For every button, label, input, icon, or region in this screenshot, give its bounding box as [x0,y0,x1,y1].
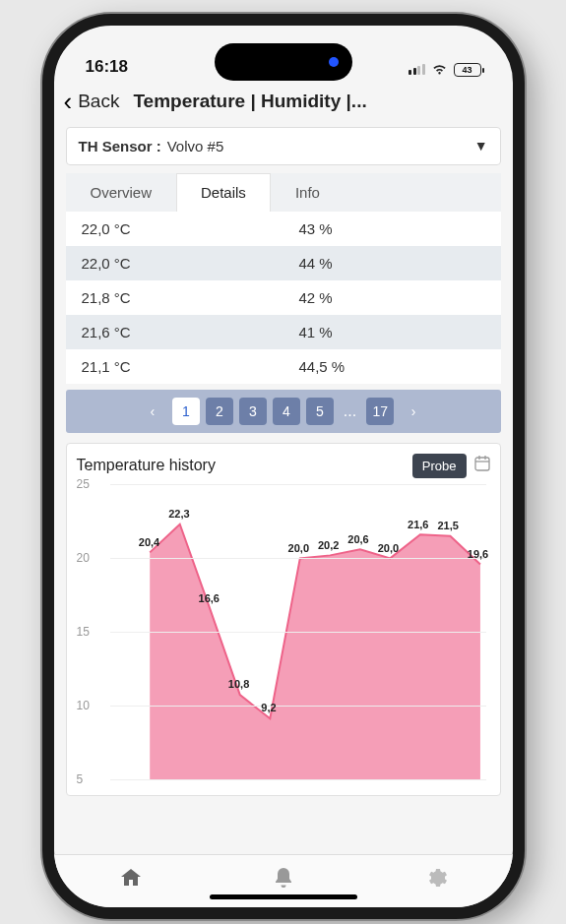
page-ellipsis: ... [340,402,360,420]
y-tick-label: 5 [77,772,84,786]
gear-icon[interactable] [424,866,448,895]
wifi-icon [431,63,448,76]
side-button [42,193,44,228]
data-label: 20,6 [347,533,368,545]
data-label: 10,8 [228,678,249,690]
chevron-down-icon: ▼ [474,138,488,154]
power-button [523,272,525,360]
page-next[interactable]: › [400,398,427,425]
page-last[interactable]: 17 [366,398,394,425]
page-5[interactable]: 5 [306,398,334,425]
chart-title: Temperature history [77,457,216,474]
data-label: 22,3 [168,508,189,520]
table-row: 22,0 °C43 % [66,212,501,246]
page-2[interactable]: 2 [206,398,233,425]
table-row: 21,8 °C42 % [66,280,501,315]
app-header: ‹ Back Temperature | Humidity |... [54,81,513,127]
table-row: 22,0 °C44 % [66,246,501,280]
dynamic-island [215,43,352,81]
page-title: Temperature | Humidity |... [133,91,366,112]
volume-up-button [42,252,44,311]
data-label: 20,2 [318,539,339,551]
readings-table: 22,0 °C43 % 22,0 °C44 % 21,8 °C42 % 21,6… [66,212,501,384]
selector-value: Volvo #5 [167,138,224,154]
y-tick-label: 20 [77,551,90,565]
data-label: 20,0 [288,542,309,554]
back-button[interactable]: Back [78,91,119,112]
data-label: 9,2 [261,702,276,713]
data-label: 19,6 [468,548,488,560]
svg-rect-0 [475,458,489,470]
data-label: 21,6 [408,519,428,530]
battery-icon: 43 [454,63,481,77]
y-tick-label: 15 [77,625,90,639]
data-label: 20,4 [139,536,159,548]
pagination: ‹ 1 2 3 4 5 ... 17 › [66,390,501,433]
data-label: 21,5 [437,520,458,531]
phone-frame: 16:18 43 ‹ Back Temperature | Humidity |… [42,14,525,919]
selector-label: TH Sensor : [79,138,161,154]
table-row: 21,6 °C41 % [66,315,501,349]
tab-details[interactable]: Details [176,173,271,212]
volume-down-button [42,321,44,380]
signal-icon [409,64,425,75]
home-indicator[interactable] [210,894,357,899]
bell-icon[interactable] [273,866,294,895]
page-4[interactable]: 4 [273,398,300,425]
page-prev[interactable]: ‹ [139,398,166,425]
data-label: 20,0 [378,542,399,554]
data-label: 16,6 [199,592,220,604]
tab-bar: Overview Details Info [66,173,501,212]
back-icon[interactable]: ‹ [64,87,73,117]
table-row: 21,1 °C44,5 % [66,349,501,384]
y-tick-label: 25 [77,477,90,491]
page-1[interactable]: 1 [172,398,200,425]
chart-plot: 51015202520,422,316,610,89,220,020,220,6… [77,484,490,789]
sensor-selector[interactable]: TH Sensor : Volvo #5 ▼ [66,127,501,165]
tab-overview[interactable]: Overview [66,173,177,212]
y-tick-label: 10 [77,699,90,712]
probe-button[interactable]: Probe [412,454,467,478]
temperature-chart-card: Temperature history Probe 51015202520,42… [66,443,501,796]
page-3[interactable]: 3 [239,398,267,425]
tab-info[interactable]: Info [271,173,345,212]
calendar-icon[interactable] [474,456,490,475]
home-icon[interactable] [119,867,143,894]
status-time: 16:18 [86,57,128,77]
